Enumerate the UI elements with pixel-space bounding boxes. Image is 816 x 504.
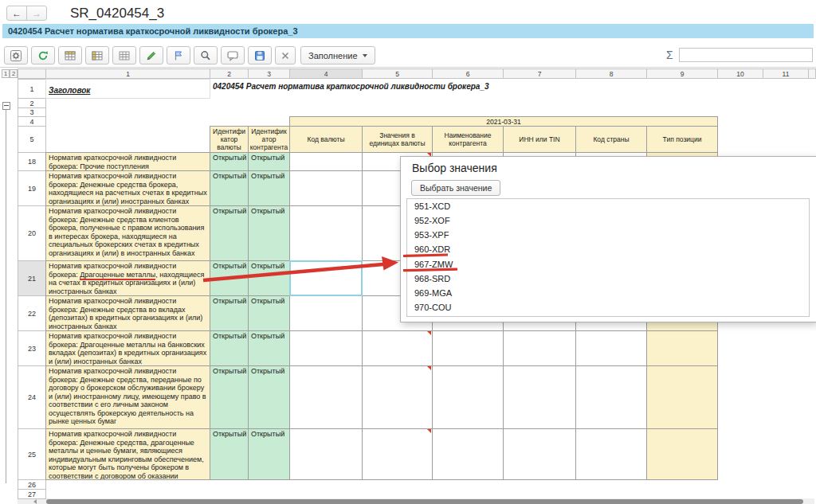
column-header-6[interactable]: 6 (432, 68, 504, 79)
empty-data-cell[interactable] (289, 365, 363, 429)
counterparty-id-cell[interactable]: Открытый (248, 205, 290, 261)
row-number-25[interactable]: 25 (18, 428, 46, 480)
row-number-21[interactable]: 21 (18, 260, 46, 296)
row-number-18[interactable]: 18 (18, 152, 46, 171)
empty-data-cell[interactable] (362, 428, 433, 480)
row-description-cell[interactable]: Норматив краткосрочной ликвидности броке… (45, 295, 210, 331)
row-description-cell[interactable]: Норматив краткосрочной ликвидности броке… (45, 330, 210, 366)
column-header-8[interactable]: 8 (575, 68, 647, 79)
empty-data-cell[interactable] (289, 152, 363, 171)
row-number-19[interactable]: 19 (18, 170, 46, 206)
empty-data-cell[interactable] (289, 295, 363, 331)
empty-data-cell[interactable] (432, 428, 504, 480)
counterparty-id-cell[interactable]: Открытый (248, 170, 290, 206)
currency-id-cell[interactable]: Открытый (210, 205, 249, 261)
required-cell-marker (427, 429, 431, 433)
empty-data-cell[interactable] (362, 330, 433, 366)
column-title-cell-2[interactable]: Идентифи катор валюты (210, 126, 249, 153)
row-description-cell[interactable]: Норматив краткосрочной ликвидности броке… (45, 428, 210, 480)
row-number-5[interactable]: 5 (18, 126, 46, 153)
empty-data-cell[interactable] (503, 365, 576, 429)
position-type-cell[interactable] (646, 330, 718, 366)
group-level-button[interactable]: 2 (10, 69, 18, 78)
empty-data-cell[interactable] (362, 365, 433, 429)
column-title-cell-9[interactable]: Тип позиции (646, 126, 718, 153)
collapse-group-button[interactable] (2, 102, 10, 110)
row-number-1[interactable]: 1 (18, 79, 46, 99)
empty-data-cell[interactable] (575, 428, 647, 480)
empty-data-cell[interactable] (289, 170, 363, 206)
currency-id-cell[interactable]: Открытый (210, 365, 249, 429)
column-header-partial (808, 68, 816, 79)
header-label-cell[interactable]: Заголовок (45, 79, 210, 99)
counterparty-id-cell[interactable]: Открытый (248, 152, 290, 171)
group-level-button[interactable]: 1 (2, 69, 10, 78)
empty-data-cell[interactable] (432, 365, 504, 429)
row-number-24[interactable]: 24 (18, 365, 46, 429)
dialog-title: Выбор значения (412, 162, 497, 174)
empty-data-cell[interactable] (503, 330, 576, 366)
value-list-item[interactable]: 960-XDR (407, 242, 809, 256)
column-header-1[interactable]: 1 (45, 68, 210, 79)
column-header-2[interactable]: 2 (210, 68, 249, 79)
spreadsheet-report-window: ← → SR_0420454_3 0420454 Расчет норматив… (0, 0, 816, 504)
ruler-corner[interactable] (18, 68, 46, 79)
value-picker-dialog: Выбор значения Выбрать значение 951-XCD9… (400, 156, 816, 322)
counterparty-id-cell[interactable]: Открытый (248, 295, 290, 331)
empty-data-cell[interactable] (289, 205, 363, 261)
row-number-22[interactable]: 22 (18, 295, 46, 331)
empty-data-cell[interactable] (432, 330, 504, 366)
counterparty-id-cell[interactable]: Открытый (248, 365, 290, 429)
row-number-27[interactable]: 27 (18, 489, 46, 499)
column-title-cell-5[interactable]: Значения в единицах валюты (362, 126, 433, 153)
value-list-item[interactable]: 969-MGA (407, 286, 809, 300)
value-list-item[interactable]: 968-SRD (407, 272, 809, 286)
column-title-cell-3[interactable]: Идентифик атор контрагента (248, 126, 290, 153)
value-list-item[interactable]: 952-XOF (407, 213, 809, 228)
column-title-cell-6[interactable]: Наименование контрагента (432, 126, 504, 153)
row-description-cell[interactable]: Норматив краткосрочной ликвидности броке… (45, 152, 210, 171)
row-number-23[interactable]: 23 (18, 330, 46, 366)
position-type-cell[interactable] (646, 365, 718, 429)
value-list-item[interactable]: 953-XPF (407, 228, 809, 242)
empty-data-cell[interactable] (289, 330, 363, 366)
empty-data-cell[interactable] (575, 365, 647, 429)
group-bracket-line (6, 110, 6, 483)
value-list-item[interactable]: 951-XCD (407, 199, 809, 213)
column-header-3[interactable]: 3 (248, 68, 290, 79)
required-cell-marker (427, 331, 431, 335)
value-list-item[interactable]: 970-COU (407, 300, 809, 315)
currency-id-cell[interactable]: Открытый (210, 428, 249, 480)
column-header-10[interactable]: 10 (717, 68, 763, 79)
currency-id-cell[interactable]: Открытый (210, 330, 249, 366)
counterparty-id-cell[interactable]: Открытый (248, 260, 290, 296)
value-list: 951-XCD952-XOF953-XPF960-XDR967-ZMW968-S… (406, 198, 810, 317)
column-header-7[interactable]: 7 (503, 68, 576, 79)
position-type-cell[interactable] (646, 428, 718, 480)
row-description-cell[interactable]: Норматив краткосрочной ликвидности броке… (45, 170, 210, 206)
counterparty-id-cell[interactable]: Открытый (248, 428, 290, 480)
counterparty-id-cell[interactable]: Открытый (248, 330, 290, 366)
currency-id-cell[interactable]: Открытый (210, 260, 249, 296)
currency-id-cell[interactable]: Открытый (210, 295, 249, 331)
column-title-cell-8[interactable]: Код страны (575, 126, 647, 153)
empty-data-cell[interactable] (289, 428, 363, 480)
report-title-text: 0420454 Расчет норматива краткосрочной л… (213, 82, 489, 91)
column-header-4[interactable]: 4 (289, 68, 363, 79)
row-number-20[interactable]: 20 (18, 205, 46, 261)
column-header-9[interactable]: 9 (646, 68, 718, 79)
column-header-11[interactable]: 11 (763, 68, 809, 79)
column-header-5[interactable]: 5 (362, 68, 433, 79)
column-title-cell-4[interactable]: Код валюты (289, 126, 363, 153)
currency-id-cell[interactable]: Открытый (210, 170, 249, 206)
sheet-section-label: Заголовок (49, 86, 90, 95)
row-description-cell[interactable]: Норматив краткосрочной ликвидности броке… (45, 260, 210, 296)
column-title-cell-7[interactable]: ИНН или TIN (503, 126, 576, 153)
currency-id-cell[interactable]: Открытый (210, 152, 249, 171)
row-description-cell[interactable]: Норматив краткосрочной ликвидности броке… (45, 365, 210, 429)
empty-data-cell[interactable] (575, 330, 647, 366)
empty-data-cell[interactable] (503, 428, 576, 480)
value-list-item[interactable]: 967-ZMW (407, 257, 809, 272)
select-value-button[interactable]: Выбрать значение (411, 180, 500, 196)
row-description-cell[interactable]: Норматив краткосрочной ликвидности броке… (45, 205, 210, 261)
